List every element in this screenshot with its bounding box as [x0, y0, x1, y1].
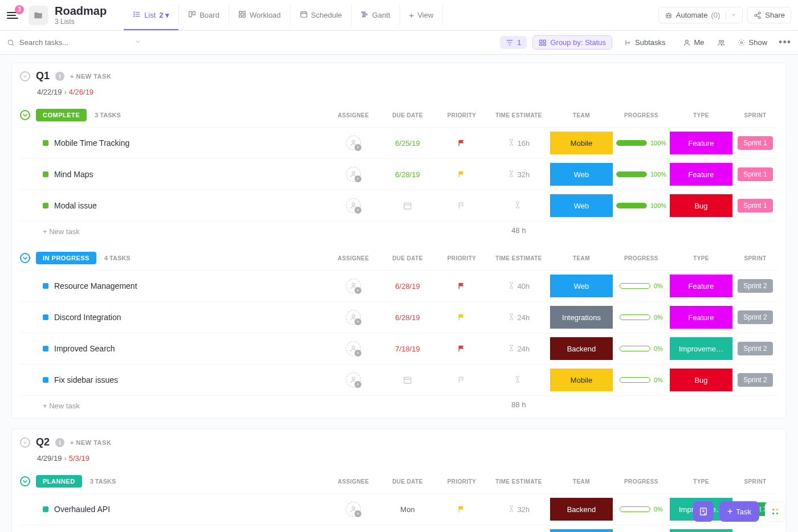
task-name[interactable]: Mind Maps	[54, 170, 93, 179]
priority-flag[interactable]	[436, 505, 487, 513]
type-chip[interactable]: Feature	[670, 306, 732, 329]
progress[interactable]: 0%	[620, 345, 663, 352]
progress[interactable]: 0%	[620, 283, 663, 289]
fab-apps[interactable]	[765, 501, 785, 522]
task-row[interactable]: Discord Integration + 6/28/19 24h Integr…	[20, 301, 778, 333]
collapse-list[interactable]	[20, 437, 30, 448]
status-chip[interactable]: COMPLETE	[36, 109, 87, 121]
task-row[interactable]: Improved Search + 7/18/19 24h Backend 0%…	[20, 333, 778, 364]
team-chip[interactable]: Mobile	[550, 369, 613, 391]
subtasks-pill[interactable]: Subtasks	[618, 36, 671, 49]
due-date[interactable]: 7/18/19	[379, 345, 436, 353]
view-tab-workload[interactable]: Workload	[229, 5, 291, 26]
collapse-group[interactable]	[20, 110, 30, 120]
assignee-placeholder[interactable]: +	[346, 341, 361, 356]
folder-icon[interactable]	[28, 6, 48, 25]
info-icon[interactable]: i	[55, 438, 64, 447]
priority-flag[interactable]	[436, 139, 487, 147]
time-estimate[interactable]	[514, 375, 524, 385]
task-name[interactable]: Mobile Time Tracking	[54, 138, 129, 148]
progress[interactable]: 100%	[616, 171, 666, 178]
show-pill[interactable]: Show	[732, 36, 773, 49]
view-tab-board[interactable]: Board	[179, 5, 229, 26]
assignee-placeholder[interactable]: +	[346, 167, 361, 182]
search-input[interactable]	[19, 38, 122, 47]
more-options[interactable]: •••	[779, 36, 791, 48]
team-chip[interactable]: Mobile	[550, 132, 613, 154]
task-name[interactable]: Resource Management	[54, 281, 137, 290]
due-date[interactable]: 6/28/19	[379, 313, 436, 322]
task-row[interactable]: Modal issue + Web 100% Bug Sprint 1	[20, 190, 778, 221]
due-date[interactable]	[379, 375, 436, 384]
type-chip[interactable]: Feature	[670, 163, 732, 186]
type-chip[interactable]: Improveme…	[670, 337, 732, 360]
filter-pill[interactable]: 1	[500, 36, 527, 49]
automate-button[interactable]: Automate (0)	[658, 7, 743, 23]
type-chip[interactable]: Bug	[670, 194, 732, 217]
time-estimate[interactable]	[514, 201, 524, 211]
group-by-pill[interactable]: Group by: Status	[532, 35, 612, 50]
team-chip[interactable]: Web	[550, 275, 613, 297]
new-task-row[interactable]: + New task	[20, 396, 80, 414]
team-chip[interactable]: Web	[550, 529, 613, 532]
task-row[interactable]: Mobile Time Tracking + 6/25/19 16h Mobil…	[20, 127, 778, 158]
due-date[interactable]: 6/28/19	[379, 282, 436, 290]
assignee-placeholder[interactable]: +	[346, 136, 361, 150]
task-row[interactable]: Resource Management + 6/28/19 40h Web 0%…	[20, 270, 778, 301]
assignee-placeholder[interactable]: +	[346, 310, 361, 325]
task-name[interactable]: Improved Search	[54, 344, 115, 353]
status-chip[interactable]: IN PROGRESS	[36, 252, 96, 264]
menu-button[interactable]: 3	[7, 9, 23, 22]
view-tab-gantt[interactable]: Gantt	[352, 5, 400, 26]
assignee-placeholder[interactable]: +	[346, 198, 361, 213]
task-row[interactable]: Mind Maps + 6/28/19 32h Web 100% Feature…	[20, 158, 778, 190]
priority-flag[interactable]	[436, 313, 487, 321]
new-task-header[interactable]: + NEW TASK	[70, 439, 111, 446]
search-options-chevron[interactable]	[135, 38, 141, 47]
priority-flag[interactable]	[436, 376, 487, 384]
new-task-row[interactable]: + New task	[20, 222, 80, 239]
progress[interactable]: 100%	[616, 140, 666, 146]
progress[interactable]: 0%	[620, 506, 663, 513]
time-estimate[interactable]: 24h	[508, 313, 530, 322]
team-chip[interactable]: Web	[550, 163, 613, 186]
assignee-placeholder[interactable]: +	[346, 502, 361, 517]
time-estimate[interactable]: 16h	[508, 138, 530, 148]
collapse-group[interactable]	[20, 253, 30, 263]
sprint-chip[interactable]: Sprint 1	[738, 136, 772, 150]
time-estimate[interactable]: 32h	[508, 505, 530, 514]
me-pill[interactable]: Me	[677, 36, 710, 49]
priority-flag[interactable]	[436, 282, 487, 290]
priority-flag[interactable]	[436, 170, 487, 178]
sprint-chip[interactable]: Sprint 2	[738, 342, 772, 355]
view-tab-schedule[interactable]: Schedule	[291, 5, 352, 26]
progress[interactable]: 0%	[620, 314, 663, 321]
sprint-chip[interactable]: Sprint 1	[738, 167, 772, 181]
progress[interactable]: 100%	[616, 202, 666, 209]
fab-task[interactable]: + Task	[719, 501, 759, 522]
sprint-chip[interactable]: Sprint 2	[738, 279, 772, 293]
task-row[interactable]: Translation and Localization + 7/3/19 40…	[20, 525, 778, 532]
team-chip[interactable]: Integrations	[550, 306, 613, 329]
task-row[interactable]: Fix sidebar issues + Mobile 0% Bug Sprin…	[20, 364, 778, 395]
due-date[interactable]: Mon	[379, 505, 436, 514]
time-estimate[interactable]: 32h	[508, 170, 530, 179]
sprint-chip[interactable]: Sprint 1	[738, 199, 772, 212]
fab-notepad[interactable]	[693, 501, 714, 522]
collapse-group[interactable]	[20, 476, 30, 486]
collapse-list[interactable]	[20, 71, 30, 81]
status-chip[interactable]: PLANNED	[36, 475, 82, 488]
sprint-chip[interactable]: Sprint 2	[738, 310, 772, 324]
assignee-placeholder[interactable]: +	[346, 373, 361, 387]
due-date[interactable]: 6/28/19	[379, 170, 436, 179]
type-chip[interactable]: Bug	[670, 369, 732, 391]
share-button[interactable]: Share	[747, 7, 791, 23]
sprint-chip[interactable]: Sprint 2	[738, 373, 772, 387]
priority-flag[interactable]	[436, 202, 487, 210]
task-name[interactable]: Modal issue	[54, 201, 97, 210]
type-chip[interactable]: Improveme…	[670, 529, 732, 532]
time-estimate[interactable]: 24h	[508, 344, 530, 354]
due-date[interactable]: 6/25/19	[379, 139, 436, 148]
team-chip[interactable]: Backend	[550, 337, 613, 360]
view-tab-view[interactable]: +View	[400, 5, 443, 26]
